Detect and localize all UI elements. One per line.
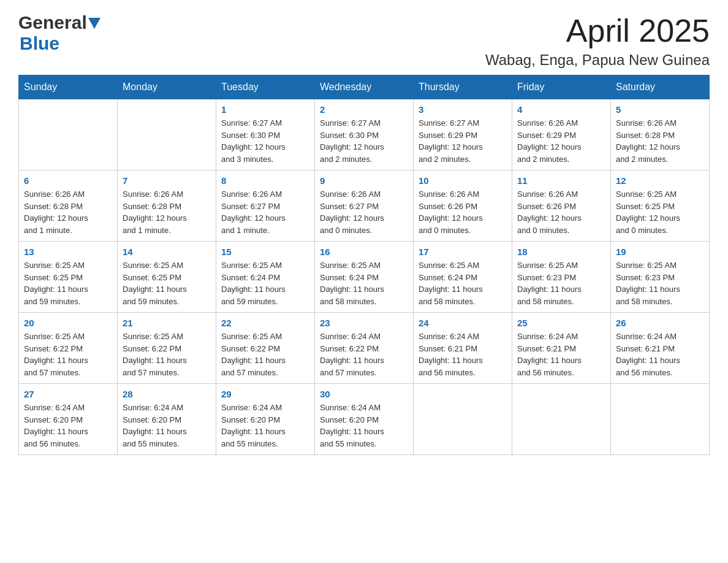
calendar-cell: 14Sunrise: 6:25 AMSunset: 6:25 PMDayligh… [118,242,216,313]
day-number: 15 [221,247,309,257]
day-number: 2 [320,104,408,115]
day-info: Sunrise: 6:25 AMSunset: 6:25 PMDaylight:… [616,188,704,236]
day-number: 22 [221,318,309,328]
calendar-cell: 27Sunrise: 6:24 AMSunset: 6:20 PMDayligh… [19,384,118,455]
day-number: 7 [123,175,211,186]
calendar-cell [512,384,611,455]
calendar-cell [118,99,216,170]
day-info: Sunrise: 6:24 AMSunset: 6:20 PMDaylight:… [24,402,112,450]
logo: General Blue [18,12,102,54]
logo-blue-text: Blue [20,33,59,53]
day-number: 3 [419,104,507,115]
col-saturday: Saturday [611,75,710,99]
day-info: Sunrise: 6:25 AMSunset: 6:22 PMDaylight:… [24,331,112,378]
calendar-cell: 30Sunrise: 6:24 AMSunset: 6:20 PMDayligh… [315,384,414,455]
day-info: Sunrise: 6:26 AMSunset: 6:28 PMDaylight:… [616,117,704,165]
day-info: Sunrise: 6:26 AMSunset: 6:26 PMDaylight:… [517,188,605,236]
day-number: 14 [123,247,211,257]
calendar-cell [19,99,118,170]
calendar-cell: 5Sunrise: 6:26 AMSunset: 6:28 PMDaylight… [611,99,710,170]
day-info: Sunrise: 6:25 AMSunset: 6:24 PMDaylight:… [221,259,309,307]
day-info: Sunrise: 6:24 AMSunset: 6:22 PMDaylight:… [320,331,408,378]
calendar-week-row: 1Sunrise: 6:27 AMSunset: 6:30 PMDaylight… [19,99,710,170]
day-info: Sunrise: 6:24 AMSunset: 6:20 PMDaylight:… [123,402,211,450]
day-number: 16 [320,247,408,257]
day-info: Sunrise: 6:26 AMSunset: 6:27 PMDaylight:… [320,188,408,236]
day-number: 6 [24,175,112,186]
logo-general-text: General [18,12,87,33]
day-info: Sunrise: 6:27 AMSunset: 6:30 PMDaylight:… [320,117,408,165]
day-number: 28 [123,389,211,399]
day-number: 13 [24,247,112,257]
day-number: 5 [616,104,704,115]
calendar-header-row: Sunday Monday Tuesday Wednesday Thursday… [19,75,710,99]
logo-triangle-icon [88,15,102,30]
day-number: 27 [24,389,112,399]
day-info: Sunrise: 6:25 AMSunset: 6:22 PMDaylight:… [221,331,309,378]
calendar-cell: 15Sunrise: 6:25 AMSunset: 6:24 PMDayligh… [216,242,315,313]
day-info: Sunrise: 6:25 AMSunset: 6:25 PMDaylight:… [123,259,211,307]
calendar-cell: 6Sunrise: 6:26 AMSunset: 6:28 PMDaylight… [19,170,118,242]
col-thursday: Thursday [414,75,512,99]
calendar-cell: 24Sunrise: 6:24 AMSunset: 6:21 PMDayligh… [414,313,512,384]
col-wednesday: Wednesday [315,75,414,99]
day-info: Sunrise: 6:25 AMSunset: 6:23 PMDaylight:… [517,259,605,307]
calendar-cell [414,384,512,455]
calendar-cell: 12Sunrise: 6:25 AMSunset: 6:25 PMDayligh… [611,170,710,242]
calendar-week-row: 27Sunrise: 6:24 AMSunset: 6:20 PMDayligh… [19,384,710,455]
day-number: 8 [221,175,309,186]
day-info: Sunrise: 6:25 AMSunset: 6:25 PMDaylight:… [24,259,112,307]
day-info: Sunrise: 6:25 AMSunset: 6:24 PMDaylight:… [419,259,507,307]
day-info: Sunrise: 6:25 AMSunset: 6:24 PMDaylight:… [320,259,408,307]
day-info: Sunrise: 6:27 AMSunset: 6:29 PMDaylight:… [419,117,507,165]
calendar-cell: 21Sunrise: 6:25 AMSunset: 6:22 PMDayligh… [118,313,216,384]
calendar-cell: 8Sunrise: 6:26 AMSunset: 6:27 PMDaylight… [216,170,315,242]
day-number: 19 [616,247,704,257]
col-friday: Friday [512,75,611,99]
day-info: Sunrise: 6:24 AMSunset: 6:21 PMDaylight:… [517,331,605,378]
calendar-cell: 2Sunrise: 6:27 AMSunset: 6:30 PMDaylight… [315,99,414,170]
calendar-week-row: 13Sunrise: 6:25 AMSunset: 6:25 PMDayligh… [19,242,710,313]
calendar-cell: 22Sunrise: 6:25 AMSunset: 6:22 PMDayligh… [216,313,315,384]
day-info: Sunrise: 6:26 AMSunset: 6:28 PMDaylight:… [24,188,112,236]
col-tuesday: Tuesday [216,75,315,99]
day-info: Sunrise: 6:24 AMSunset: 6:21 PMDaylight:… [419,331,507,378]
calendar-cell [611,384,710,455]
day-number: 25 [517,318,605,328]
col-monday: Monday [118,75,216,99]
day-info: Sunrise: 6:24 AMSunset: 6:21 PMDaylight:… [616,331,704,378]
calendar-cell: 18Sunrise: 6:25 AMSunset: 6:23 PMDayligh… [512,242,611,313]
calendar-cell: 11Sunrise: 6:26 AMSunset: 6:26 PMDayligh… [512,170,611,242]
svg-marker-0 [88,18,100,29]
day-number: 10 [419,175,507,186]
day-number: 12 [616,175,704,186]
calendar-cell: 13Sunrise: 6:25 AMSunset: 6:25 PMDayligh… [19,242,118,313]
day-number: 24 [419,318,507,328]
day-number: 29 [221,389,309,399]
col-sunday: Sunday [19,75,118,99]
calendar-cell: 1Sunrise: 6:27 AMSunset: 6:30 PMDaylight… [216,99,315,170]
calendar-week-row: 6Sunrise: 6:26 AMSunset: 6:28 PMDaylight… [19,170,710,242]
day-number: 21 [123,318,211,328]
day-number: 1 [221,104,309,115]
calendar-cell: 9Sunrise: 6:26 AMSunset: 6:27 PMDaylight… [315,170,414,242]
day-info: Sunrise: 6:24 AMSunset: 6:20 PMDaylight:… [221,402,309,450]
calendar-table: Sunday Monday Tuesday Wednesday Thursday… [18,75,710,455]
day-info: Sunrise: 6:27 AMSunset: 6:30 PMDaylight:… [221,117,309,165]
calendar-cell: 20Sunrise: 6:25 AMSunset: 6:22 PMDayligh… [19,313,118,384]
day-info: Sunrise: 6:26 AMSunset: 6:26 PMDaylight:… [419,188,507,236]
calendar-cell: 7Sunrise: 6:26 AMSunset: 6:28 PMDaylight… [118,170,216,242]
day-info: Sunrise: 6:26 AMSunset: 6:29 PMDaylight:… [517,117,605,165]
calendar-week-row: 20Sunrise: 6:25 AMSunset: 6:22 PMDayligh… [19,313,710,384]
calendar-cell: 17Sunrise: 6:25 AMSunset: 6:24 PMDayligh… [414,242,512,313]
day-number: 30 [320,389,408,399]
day-number: 20 [24,318,112,328]
day-number: 4 [517,104,605,115]
day-info: Sunrise: 6:26 AMSunset: 6:28 PMDaylight:… [123,188,211,236]
day-info: Sunrise: 6:26 AMSunset: 6:27 PMDaylight:… [221,188,309,236]
day-info: Sunrise: 6:25 AMSunset: 6:22 PMDaylight:… [123,331,211,378]
day-number: 11 [517,175,605,186]
calendar-cell: 19Sunrise: 6:25 AMSunset: 6:23 PMDayligh… [611,242,710,313]
title-section: April 2025 Wabag, Enga, Papua New Guinea [485,12,710,69]
calendar-cell: 3Sunrise: 6:27 AMSunset: 6:29 PMDaylight… [414,99,512,170]
